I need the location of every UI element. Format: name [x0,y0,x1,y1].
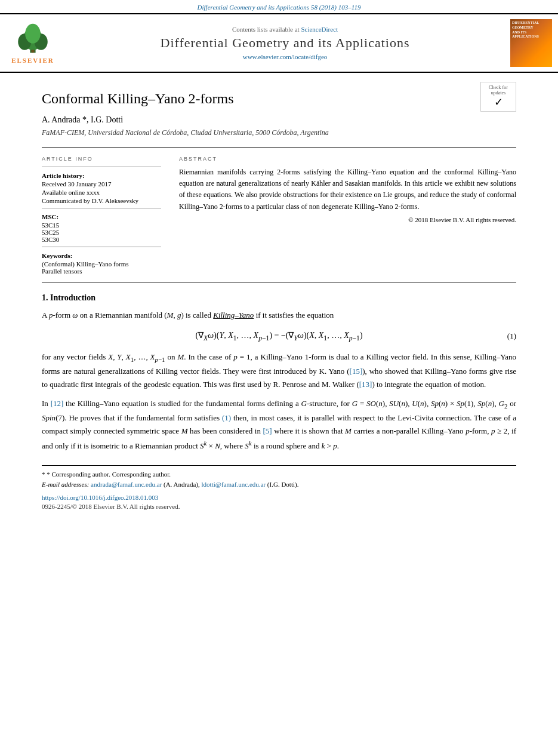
journal-full-title: Differential Geometry and its Applicatio… [66,35,504,51]
equation-1-content: (∇Xω)(Y, X1, …, Xp−1) = −(∇Yω)(X, X1, …,… [195,331,362,340]
header-divider [42,147,516,147]
elsevier-brand-text: ELSEVIER [11,57,54,64]
intro-para-3: In [12] the Killing–Yano equation is stu… [42,397,516,453]
ref-12-link[interactable]: [12] [51,399,64,408]
copyright-line: © 2018 Elsevier B.V. All rights reserved… [179,216,516,223]
msc-label: MSC: [42,213,161,220]
contents-available-line: Contents lists available at ScienceDirec… [66,26,504,33]
keyword-1: (Conformal) Killing–Yano forms [42,260,161,268]
keyword-2: Parallel tensors [42,268,161,275]
check-for-updates-badge: Check for updates ✓ [480,82,516,112]
svg-point-5 [31,49,35,53]
article-info-abstract-section: ARTICLE INFO Article history: Received 3… [42,153,516,275]
section-1-heading: 1. Introduction [42,293,516,303]
journal-header-center: Contents lists available at ScienceDirec… [66,26,504,60]
svg-point-4 [25,23,41,43]
author-list: A. Andrada *, I.G. Dotti [42,115,516,125]
journal-url[interactable]: www.elsevier.com/locate/difgeo [66,53,504,60]
intro-para-2: for any vector fields X, Y, X1, …, Xp−1 … [42,351,516,391]
email-2-link[interactable]: ldotti@famaf.unc.edu.ar [202,481,266,488]
intro-para-1: A p-form ω on a Riemannian manifold (M, … [42,309,516,322]
info-divider-3 [42,247,161,247]
paper-title: Conformal Killing–Yano 2-forms [42,91,474,107]
msc-code-2: 53C25 [42,229,161,236]
footnote-section: * * Corresponding author. Corresponding … [42,465,516,510]
journal-cover-image: DIFFERENTIALGEOMETRYAND ITSAPPLICATIONS [510,19,552,67]
equation-1-number: (1) [507,331,516,341]
abstract-text: Riemannian manifolds carrying 2-forms sa… [179,167,516,213]
paper-content: Conformal Killing–Yano 2-forms Check for… [0,73,558,522]
abstract-label: ABSTRACT [179,156,516,162]
article-info-panel: ARTICLE INFO Article history: Received 3… [42,153,161,275]
corresponding-author-note: * * Corresponding author. Corresponding … [42,469,516,480]
doi-line[interactable]: https://doi.org/10.1016/j.difgeo.2018.01… [42,494,516,501]
history-label: Article history: [42,172,161,179]
elsevier-logo: ELSEVIER [6,23,60,64]
email-addresses: E-mail addresses: andrada@famaf.unc.edu.… [42,480,516,490]
msc-code-3: 53C30 [42,236,161,243]
journal-citation-line: Differential Geometry and its Applicatio… [0,0,558,13]
communicated-by: Communicated by D.V. Alekseevsky [42,197,161,204]
email-1-link[interactable]: andrada@famaf.unc.edu.ar [91,481,162,488]
ref-15-link[interactable]: [15] [350,367,363,376]
ref-13-link[interactable]: [13] [359,380,372,389]
issn-line: 0926-2245/© 2018 Elsevier B.V. All right… [42,503,516,510]
affiliation: FaMAF-CIEM, Universidad Nacional de Córd… [42,128,516,137]
equation-1: (∇Xω)(Y, X1, …, Xp−1) = −(∇Yω)(X, X1, …,… [42,330,516,342]
keywords-label: Keywords: [42,252,161,259]
section-divider [42,282,516,282]
elsevier-tree-icon [12,23,54,56]
info-divider-2 [42,208,161,208]
ref-eq1-link[interactable]: (1) [222,413,231,422]
received-date: Received 30 January 2017 [42,180,161,188]
info-divider [42,167,161,167]
journal-header: ELSEVIER Contents lists available at Sci… [0,13,558,73]
msc-code-1: 53C15 [42,222,161,229]
available-online: Available online xxxx [42,189,161,196]
article-info-label: ARTICLE INFO [42,156,161,162]
ref-5-link[interactable]: [5] [263,426,272,435]
sciencedirect-link[interactable]: ScienceDirect [301,26,338,33]
abstract-panel: ABSTRACT Riemannian manifolds carrying 2… [179,153,516,275]
